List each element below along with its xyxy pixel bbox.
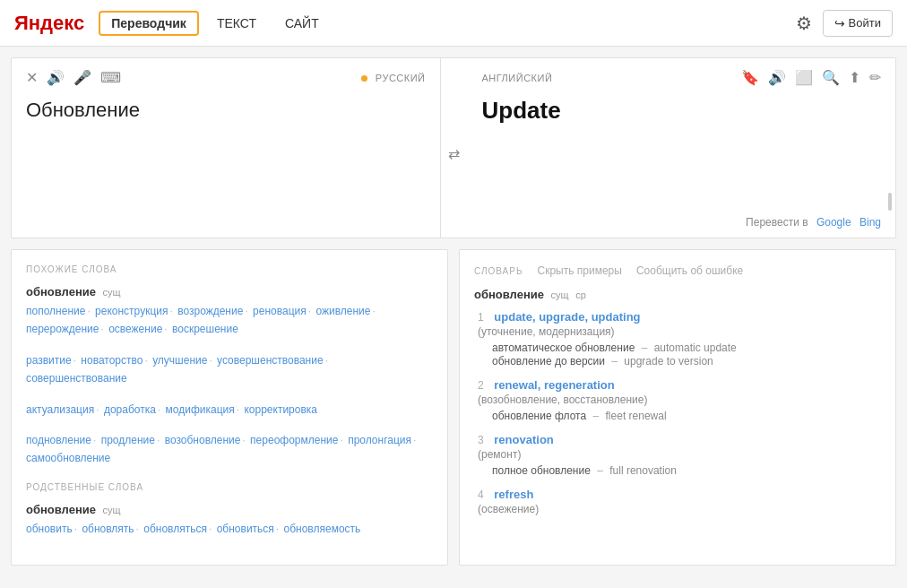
dict-item-3: 3 renovation (ремонт) полное обновление … — [474, 433, 881, 477]
header-right: ⚙ ↪ Войти — [796, 10, 893, 37]
scrollbar[interactable] — [888, 193, 892, 211]
related-words-title: РОДСТВЕННЫЕ СЛОВА — [26, 482, 433, 492]
word-links-3: актуализация· доработка· модификация· ко… — [26, 401, 433, 419]
speaker2-icon[interactable]: 🔊 — [768, 69, 786, 86]
mic-icon[interactable]: 🎤 — [73, 69, 91, 86]
copy-icon[interactable]: ⬜ — [795, 69, 813, 86]
bottom-area: ПОХОЖИЕ СЛОВА обновление сущ пополнение·… — [11, 249, 896, 566]
speaker-icon[interactable]: 🔊 — [47, 69, 65, 86]
dictionary-panel: СЛОВАРЬ Скрыть примеры Сообщить об ошибк… — [459, 249, 896, 566]
login-label: Войти — [849, 16, 881, 30]
search-icon[interactable]: 🔍 — [822, 69, 840, 86]
word-links-1: пополнение· реконструкция· возрождение· … — [26, 302, 433, 339]
login-button[interactable]: ↪ Войти — [823, 10, 893, 37]
dict-header: СЛОВАРЬ Скрыть примеры Сообщить об ошибк… — [474, 264, 881, 277]
translator-panels: ✕ 🔊 🎤 ⌨ РУССКИЙ Обновление ⇄ АНГЛИЙСКИЙ … — [12, 58, 895, 238]
hide-examples-link[interactable]: Скрыть примеры — [537, 264, 621, 277]
dict-entry-word: обновление сущ ср — [474, 288, 881, 301]
source-text[interactable]: Обновление — [26, 97, 426, 125]
related-word-links-1: обновить· обновлять· обновляться· обнови… — [26, 520, 433, 538]
source-panel: ✕ 🔊 🎤 ⌨ РУССКИЙ Обновление — [12, 58, 441, 238]
target-toolbar: АНГЛИЙСКИЙ 🔖 🔊 ⬜ 🔍 ⬆ ✏ — [482, 69, 882, 86]
bing-link[interactable]: Bing — [859, 216, 881, 229]
edit-icon[interactable]: ✏ — [869, 69, 881, 86]
settings-button[interactable]: ⚙ — [796, 13, 812, 34]
word-group-2: развитие· новаторство· улучшение· усовер… — [26, 351, 433, 388]
source-lang-label: РУССКИЙ — [361, 73, 425, 83]
translate-links: Перевести в Google Bing — [746, 216, 881, 229]
related-word-entry-1: обновление сущ — [26, 503, 433, 516]
google-link[interactable]: Google — [816, 216, 851, 229]
dict-item-2: 2 renewal, regeneration (возобновление, … — [474, 378, 881, 422]
lang-dot — [361, 75, 367, 82]
tab-site[interactable]: САЙТ — [274, 13, 330, 34]
word-group-3: актуализация· доработка· модификация· ко… — [26, 401, 433, 419]
target-panel: АНГЛИЙСКИЙ 🔖 🔊 ⬜ 🔍 ⬆ ✏ Update Перевести … — [468, 58, 896, 238]
tab-text[interactable]: ТЕКСТ — [206, 13, 267, 34]
translator-container: ✕ 🔊 🎤 ⌨ РУССКИЙ Обновление ⇄ АНГЛИЙСКИЙ … — [11, 57, 896, 238]
target-toolbar-icons: 🔖 🔊 ⬜ 🔍 ⬆ ✏ — [741, 69, 881, 86]
similar-words-panel: ПОХОЖИЕ СЛОВА обновление сущ пополнение·… — [11, 249, 448, 566]
dict-item-4: 4 refresh (освежение) — [474, 488, 881, 515]
clear-icon[interactable]: ✕ — [26, 69, 38, 86]
similar-words-title: ПОХОЖИЕ СЛОВА — [26, 264, 433, 274]
word-group-1: обновление сущ пополнение· реконструкция… — [26, 285, 433, 339]
keyboard-icon[interactable]: ⌨ — [100, 69, 121, 86]
word-links-4: подновление· продление· возобновление· п… — [26, 431, 433, 468]
word-entry-1: обновление сущ — [26, 285, 433, 298]
header: Яндекс Переводчик ТЕКСТ САЙТ ⚙ ↪ Войти — [0, 0, 907, 47]
source-toolbar: ✕ 🔊 🎤 ⌨ РУССКИЙ — [26, 69, 426, 86]
swap-icon[interactable]: ⇄ — [441, 58, 468, 238]
related-word-group-1: обновление сущ обновить· обновлять· обно… — [26, 503, 433, 538]
word-group-4: подновление· продление· возобновление· п… — [26, 431, 433, 468]
login-icon: ↪ — [834, 16, 845, 30]
word-type-1: сущ — [103, 287, 121, 298]
dict-title: СЛОВАРЬ — [474, 266, 523, 276]
target-lang-label: АНГЛИЙСКИЙ — [482, 73, 553, 83]
report-error-link[interactable]: Сообщить об ошибке — [636, 264, 743, 277]
bookmark-icon[interactable]: 🔖 — [741, 69, 759, 86]
target-text: Update — [482, 97, 882, 125]
dict-item-1: 1 update, upgrade, updating (уточнение, … — [474, 310, 881, 368]
word-links-2: развитие· новаторство· улучшение· усовер… — [26, 351, 433, 388]
yandex-logo: Яндекс — [14, 12, 84, 35]
tab-translator[interactable]: Переводчик — [99, 11, 199, 36]
share-icon[interactable]: ⬆ — [849, 69, 860, 86]
